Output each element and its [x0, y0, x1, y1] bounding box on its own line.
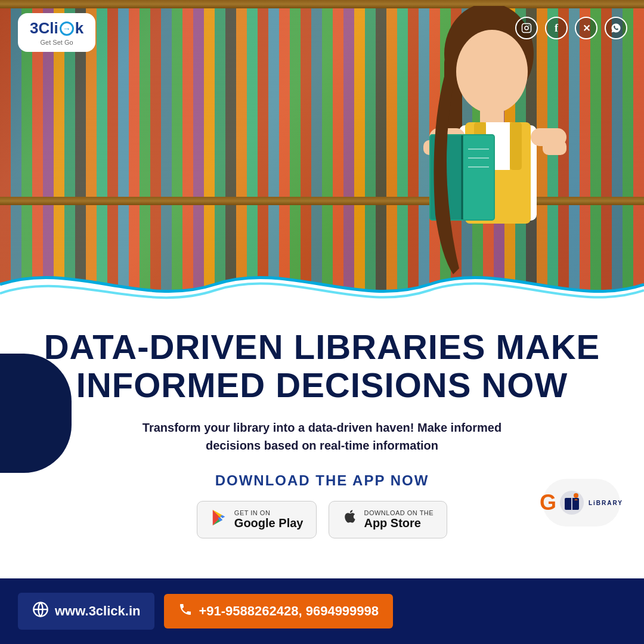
go-library-logo: G LiBRARY [543, 479, 620, 527]
footer-phone[interactable]: +91-9588262428, 9694999998 [164, 594, 393, 628]
globe-icon [32, 601, 49, 621]
app-store-button[interactable]: Download on the App Store [329, 501, 447, 538]
phone-icon [178, 602, 193, 620]
brand-logo: 3Cli → k Get Set Go [18, 13, 95, 52]
logo-tagline: Get Set Go [41, 39, 73, 46]
svg-rect-12 [543, 140, 566, 155]
footer-bar: www.3click.in +91-9588262428, 9694999998 [0, 578, 644, 644]
facebook-icon[interactable]: f [545, 17, 568, 39]
svg-point-2 [456, 30, 528, 113]
svg-point-26 [574, 493, 578, 498]
app-store-text: Download on the App Store [364, 509, 434, 530]
download-cta-label: DOWNLOAD THE APP NOW [36, 472, 608, 489]
instagram-icon[interactable] [515, 17, 538, 39]
main-content-section: DATA-DRIVEN LIBRARIES MAKE INFORMED DECI… [0, 310, 644, 538]
logo-k: k [75, 19, 83, 38]
library-book-icon [559, 490, 585, 516]
logo-text: 3Cli [30, 19, 58, 38]
library-label: LiBRARY [589, 500, 623, 506]
google-play-text: GET IN ON Google Play [234, 509, 304, 530]
photo-section: 3Cli → k Get Set Go f ✕ [0, 0, 644, 310]
x-twitter-icon[interactable]: ✕ [575, 17, 597, 39]
google-play-button[interactable]: GET IN ON Google Play [197, 501, 317, 538]
phone-number: +91-9588262428, 9694999998 [199, 603, 379, 619]
go-logo-text: G [540, 492, 556, 513]
website-url: www.3click.in [55, 603, 140, 619]
wave-divider [0, 258, 644, 310]
logo-o-icon: → [60, 21, 74, 36]
google-play-icon [210, 509, 228, 531]
app-buttons-container: GET IN ON Google Play Download on the Ap… [36, 501, 608, 538]
svg-rect-20 [522, 24, 531, 33]
svg-point-21 [525, 26, 528, 30]
decorative-blob [0, 354, 72, 473]
main-heading: DATA-DRIVEN LIBRARIES MAKE INFORMED DECI… [36, 328, 608, 404]
svg-rect-7 [510, 122, 522, 170]
apple-icon [342, 509, 358, 531]
svg-point-22 [528, 25, 530, 26]
social-icons-container: f ✕ [515, 17, 627, 39]
sub-description: Transform your library into a data-drive… [128, 419, 516, 454]
footer-website[interactable]: www.3click.in [18, 593, 154, 630]
whatsapp-icon[interactable] [605, 17, 627, 39]
svg-rect-15 [463, 135, 494, 219]
